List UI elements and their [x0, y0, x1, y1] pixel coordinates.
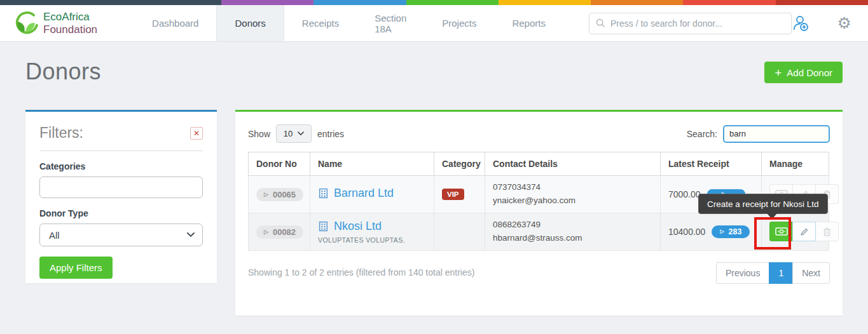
page-length-control: Show 10 entries — [248, 124, 344, 143]
strip-segment-darkred — [776, 0, 868, 5]
current-page-button[interactable]: 1 — [769, 262, 793, 284]
building-icon — [318, 188, 329, 199]
leaf-logo-icon — [11, 10, 38, 37]
add-donor-button[interactable]: + Add Donor — [764, 62, 843, 83]
donor-type-label: Donor Type — [39, 208, 203, 218]
donor-phone: 0737034374 — [493, 181, 652, 194]
col-header-category[interactable]: Category — [434, 152, 485, 176]
app-window: EcoAfrica Foundation Dashboard Donors Re… — [0, 0, 868, 334]
donor-type-select[interactable]: All — [39, 224, 203, 246]
brand-logo[interactable]: EcoAfrica Foundation — [0, 5, 110, 41]
donor-email: ynaicker@yahoo.com — [493, 194, 652, 208]
caret-right-icon: ▷ — [720, 229, 724, 234]
donor-name: Barnard Ltd — [334, 187, 394, 200]
tooltip-arrow — [767, 213, 777, 219]
header-bar: EcoAfrica Foundation Dashboard Donors Re… — [0, 5, 868, 42]
nav-label: Donors — [235, 18, 265, 29]
categories-input[interactable] — [39, 177, 203, 198]
donor-type-value: All — [49, 230, 60, 241]
add-donor-label: Add Donor — [787, 67, 832, 78]
search-icon — [596, 18, 605, 28]
strip-segment-green — [406, 0, 499, 5]
categories-label: Categories — [39, 161, 203, 171]
strip-segment-purple — [221, 0, 313, 5]
plus-icon: + — [775, 67, 782, 79]
nav-item-reports[interactable]: Reports — [494, 5, 563, 41]
building-icon — [318, 221, 329, 232]
manage-button-group — [769, 222, 839, 241]
strip-segment-slate — [0, 0, 221, 5]
caret-right-icon: ▷ — [264, 191, 268, 197]
col-header-name[interactable]: Name — [310, 152, 434, 176]
global-search-input[interactable] — [610, 18, 785, 29]
col-header-manage[interactable]: Manage — [762, 152, 829, 176]
donor-no-value: 00065 — [273, 190, 296, 199]
nav-label: Projects — [442, 18, 476, 29]
nav-item-donors[interactable]: Donors — [216, 5, 284, 41]
table-row: ▷ 00082 Nkosi Ltd — [249, 213, 829, 250]
table-summary: Showing 1 to 2 of 2 entries (filtered fr… — [248, 262, 474, 277]
donor-phone: 0868263749 — [493, 218, 652, 232]
donor-subtitle: VOLUPTATES VOLUPTAS. — [318, 236, 426, 244]
edit-donor-button[interactable] — [792, 222, 816, 241]
brand-line1: EcoAfrica — [43, 11, 97, 23]
caret-right-icon: ▷ — [264, 229, 268, 235]
apply-filters-button[interactable]: Apply Filters — [39, 257, 113, 279]
settings-gear-icon[interactable]: ⚙ — [837, 15, 851, 31]
strip-segment-yellow — [499, 0, 591, 5]
donor-name-link[interactable]: Nkosi Ltd — [318, 220, 382, 233]
chevron-down-icon — [298, 131, 304, 136]
entries-label: entries — [317, 129, 344, 139]
global-search-box[interactable] — [589, 13, 792, 34]
brand-name: EcoAfrica Foundation — [43, 11, 97, 36]
filters-panel: Filters: ✕ Categories Donor Type All App… — [25, 110, 217, 283]
next-page-button[interactable]: Next — [792, 262, 830, 284]
nav-item-section18a[interactable]: Section 18A — [357, 5, 424, 41]
filters-title: Filters: — [39, 124, 83, 142]
col-header-donor-no[interactable]: Donor No — [249, 152, 310, 176]
top-color-strip — [0, 0, 868, 5]
header-icons: ⚙ — [792, 5, 868, 41]
donor-name-link[interactable]: Barnard Ltd — [318, 187, 394, 200]
nav-item-projects[interactable]: Projects — [424, 5, 494, 41]
vip-badge: VIP — [442, 189, 464, 200]
donor-no-value: 00082 — [273, 227, 296, 237]
close-filters-icon[interactable]: ✕ — [190, 127, 203, 140]
strip-segment-red — [683, 0, 775, 5]
tooltip-text: Create a receipt for Nkosi Ltd — [707, 199, 819, 209]
col-header-contact[interactable]: Contact Details — [485, 152, 661, 176]
donor-email: hbarnard@strauss.com — [493, 232, 652, 245]
tooltip: Create a receipt for Nkosi Ltd — [698, 194, 828, 214]
table-header-row: Donor No Name Category Contact Details L… — [249, 152, 829, 176]
table-search-control: Search: — [687, 125, 830, 143]
strip-segment-orange — [591, 0, 683, 5]
receipt-count-pill[interactable]: ▷ 283 — [712, 225, 750, 238]
table-search-input[interactable] — [723, 125, 830, 143]
brand-line2: Foundation — [43, 23, 97, 36]
donor-name: Nkosi Ltd — [334, 220, 382, 233]
pagination: Previous 1 Next — [716, 262, 830, 284]
delete-donor-button[interactable] — [815, 222, 839, 241]
page-length-select[interactable]: 10 — [276, 124, 312, 143]
donor-no-pill[interactable]: ▷ 00082 — [256, 225, 303, 239]
table-search-label: Search: — [687, 129, 717, 139]
latest-receipt-amount: 7000.00 — [668, 189, 701, 199]
show-label: Show — [248, 129, 270, 139]
add-user-icon[interactable] — [792, 15, 811, 32]
previous-page-button[interactable]: Previous — [716, 262, 769, 284]
page-title: Donors — [25, 58, 101, 85]
nav-label: Section 18A — [375, 13, 406, 34]
latest-receipt-amount: 10400.00 — [668, 227, 705, 237]
donor-no-pill[interactable]: ▷ 00065 — [256, 188, 303, 201]
create-receipt-button[interactable] — [769, 222, 793, 241]
page-length-value: 10 — [284, 129, 293, 138]
col-header-latest-receipt[interactable]: Latest Receipt — [661, 152, 762, 176]
chevron-down-icon — [187, 232, 195, 237]
main-nav: Dashboard Donors Receipts Section 18A Pr… — [134, 5, 563, 41]
strip-segment-blue — [313, 0, 406, 5]
nav-item-receipts[interactable]: Receipts — [284, 5, 357, 41]
nav-label: Reports — [512, 18, 546, 29]
filters-divider — [39, 150, 203, 151]
nav-label: Receipts — [302, 18, 339, 29]
nav-item-dashboard[interactable]: Dashboard — [134, 5, 216, 41]
